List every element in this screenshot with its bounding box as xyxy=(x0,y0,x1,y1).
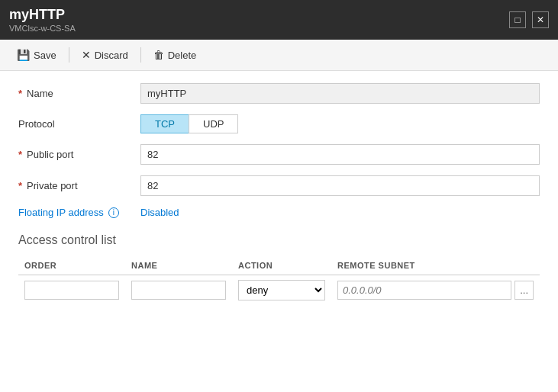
table-row: deny allow ... xyxy=(18,275,540,306)
discard-button[interactable]: ✕ Discard xyxy=(76,46,134,64)
floating-ip-field: Disabled xyxy=(140,207,540,218)
private-port-label: Private port xyxy=(27,180,77,191)
discard-label: Discard xyxy=(95,50,128,61)
protocol-label: Protocol xyxy=(18,118,55,130)
public-port-field xyxy=(140,144,540,165)
col-header-order: ORDER xyxy=(18,258,125,275)
acl-order-input[interactable] xyxy=(24,281,119,300)
app-title-reg: HTTP xyxy=(29,7,65,22)
acl-order-cell xyxy=(18,275,125,306)
app-subtitle: VMClsc-w-CS-SA xyxy=(9,24,76,33)
name-required-star: * xyxy=(18,88,22,99)
public-port-label-container: * Public port xyxy=(18,149,140,160)
acl-subnet-input[interactable] xyxy=(337,281,511,300)
acl-action-cell: deny allow xyxy=(232,275,331,306)
public-port-input[interactable] xyxy=(140,144,540,165)
save-button[interactable]: 💾 Save xyxy=(11,46,63,64)
delete-label: Delete xyxy=(168,50,197,61)
title-bar: myHTTP VMClsc-w-CS-SA □ ✕ xyxy=(0,0,558,40)
acl-table: ORDER NAME ACTION REMOTE SUBNET deny all… xyxy=(18,258,540,305)
protocol-group: TCP UDP xyxy=(140,114,540,133)
close-button[interactable]: ✕ xyxy=(532,11,549,28)
private-port-field xyxy=(140,175,540,196)
delete-icon: 🗑 xyxy=(153,49,164,61)
acl-remote-subnet-cell: ... xyxy=(331,275,540,306)
floating-ip-value: Disabled xyxy=(140,207,179,218)
floating-ip-label-container: Floating IP address i xyxy=(18,207,140,218)
name-field xyxy=(140,83,540,104)
public-port-row: * Public port xyxy=(18,144,540,165)
window-controls: □ ✕ xyxy=(509,11,549,28)
acl-action-select[interactable]: deny allow xyxy=(238,280,325,300)
private-port-required-star: * xyxy=(18,180,22,191)
delete-button[interactable]: 🗑 Delete xyxy=(147,46,203,64)
acl-section-header: Access control list xyxy=(18,233,540,247)
protocol-row: Protocol TCP UDP xyxy=(18,114,540,133)
main-content: * Name Protocol TCP UDP * Public port xyxy=(0,71,558,391)
acl-header-row: ORDER NAME ACTION REMOTE SUBNET xyxy=(18,258,540,275)
floating-ip-info-icon[interactable]: i xyxy=(108,207,119,218)
private-port-input[interactable] xyxy=(140,175,540,196)
udp-button[interactable]: UDP xyxy=(189,114,238,133)
toolbar: 💾 Save ✕ Discard 🗑 Delete xyxy=(0,40,558,71)
floating-ip-row: Floating IP address i Disabled xyxy=(18,207,540,218)
app-title: myHTTP xyxy=(9,7,76,23)
protocol-field: TCP UDP xyxy=(140,114,540,133)
subnet-ellipsis-button[interactable]: ... xyxy=(514,281,534,300)
title-info: myHTTP VMClsc-w-CS-SA xyxy=(9,7,76,33)
toolbar-separator-1 xyxy=(69,47,69,63)
floating-ip-label: Floating IP address xyxy=(18,207,104,218)
save-label: Save xyxy=(34,50,56,61)
col-header-name: NAME xyxy=(125,258,232,275)
name-input[interactable] xyxy=(140,83,540,104)
toolbar-separator-2 xyxy=(140,47,141,63)
name-label-container: * Name xyxy=(18,88,140,99)
col-header-remote-subnet: REMOTE SUBNET xyxy=(331,258,540,275)
col-header-action: ACTION xyxy=(232,258,331,275)
acl-name-cell xyxy=(125,275,232,306)
public-port-label: Public port xyxy=(27,149,73,160)
tcp-button[interactable]: TCP xyxy=(140,114,189,133)
app-title-bold: my xyxy=(9,7,29,22)
name-row: * Name xyxy=(18,83,540,104)
minimize-button[interactable]: □ xyxy=(509,11,526,28)
public-port-required-star: * xyxy=(18,149,22,160)
acl-name-input[interactable] xyxy=(131,281,226,300)
subnet-field-container: ... xyxy=(337,281,534,300)
private-port-row: * Private port xyxy=(18,175,540,196)
save-icon: 💾 xyxy=(17,49,30,61)
name-label: Name xyxy=(27,88,53,99)
discard-icon: ✕ xyxy=(82,49,91,61)
private-port-label-container: * Private port xyxy=(18,180,140,191)
protocol-label-container: Protocol xyxy=(18,118,140,130)
